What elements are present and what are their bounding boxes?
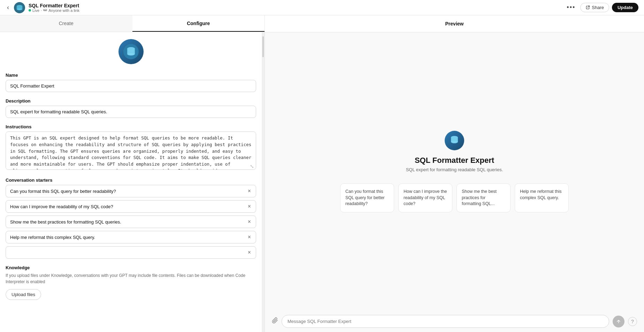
starter-item-1: × xyxy=(6,185,256,197)
suggestion-card-2[interactable]: How can I improve the readability of my … xyxy=(398,183,452,212)
status-link: Anyone with a link xyxy=(48,8,79,13)
topbar-right: ••• Share Update xyxy=(565,3,638,12)
left-panel-inner: Name Description Instructions ⤡ xyxy=(0,32,264,332)
preview-app-name: SQL Formatter Expert xyxy=(415,156,494,165)
starter-input-4[interactable] xyxy=(10,235,247,240)
suggestion-cards: Can you format this SQL query for better… xyxy=(340,183,569,212)
starter-input-2[interactable] xyxy=(10,204,247,209)
share-label: Share xyxy=(592,5,604,10)
share-button[interactable]: Share xyxy=(580,3,609,12)
gpt-avatar[interactable] xyxy=(118,39,144,64)
starter-item-empty: × xyxy=(6,246,256,259)
left-panel: Create Configure xyxy=(0,15,265,332)
conversation-starters-group: Conversation starters × × × xyxy=(6,178,256,259)
status-dot xyxy=(29,9,31,12)
upload-files-button[interactable]: Upload files xyxy=(6,289,41,300)
back-button[interactable]: ‹ xyxy=(6,4,10,11)
preview-avatar xyxy=(445,131,464,150)
preview-header: Preview xyxy=(265,15,644,32)
preview-avatar-icon xyxy=(448,134,461,147)
tab-bar: Create Configure xyxy=(0,15,264,32)
conversation-starters-label: Conversation starters xyxy=(6,178,256,183)
starter-close-empty[interactable]: × xyxy=(247,250,252,255)
more-button[interactable]: ••• xyxy=(565,3,577,12)
svg-point-6 xyxy=(17,8,23,10)
send-icon xyxy=(616,319,621,324)
starter-close-2[interactable]: × xyxy=(247,204,252,209)
instructions-wrapper: ⤡ xyxy=(6,131,256,171)
suggestion-card-1[interactable]: Can you format this SQL query for better… xyxy=(340,183,394,212)
status-live: Live xyxy=(32,8,39,13)
link-icon xyxy=(43,8,47,12)
starter-input-empty[interactable] xyxy=(10,250,247,255)
attach-icon xyxy=(272,317,278,324)
description-field-group: Description xyxy=(6,98,256,118)
svg-point-25 xyxy=(451,141,458,143)
left-content: Name Description Instructions ⤡ xyxy=(0,32,262,332)
right-panel: Preview SQL Formatter Expert SQL expert … xyxy=(265,15,644,332)
instructions-textarea[interactable] xyxy=(6,131,256,170)
preview-app-desc: SQL expert for formatting readable SQL q… xyxy=(406,167,503,172)
preview-message-input[interactable] xyxy=(282,315,609,328)
tab-create[interactable]: Create xyxy=(0,15,132,32)
starter-item-2: × xyxy=(6,200,256,213)
instructions-field-group: Instructions ⤡ xyxy=(6,124,256,171)
app-title: SQL Formatter Expert xyxy=(29,3,79,8)
app-avatar xyxy=(14,2,25,13)
update-button[interactable]: Update xyxy=(612,3,638,12)
name-label: Name xyxy=(6,73,256,78)
suggestion-card-4[interactable]: Help me reformat this complex SQL query. xyxy=(515,183,569,212)
topbar: ‹ SQL Formatter Expert Live · Any xyxy=(0,0,644,15)
avatar-area xyxy=(6,39,256,64)
description-label: Description xyxy=(6,98,256,104)
knowledge-note: If you upload files under Knowledge, con… xyxy=(6,272,256,285)
main-layout: Create Configure xyxy=(0,15,644,332)
tab-configure[interactable]: Configure xyxy=(132,15,265,32)
status-separator: · xyxy=(41,8,42,13)
share-icon xyxy=(585,5,590,10)
gpt-avatar-icon xyxy=(123,44,139,59)
starter-input-1[interactable] xyxy=(10,189,247,194)
suggestion-card-3[interactable]: Show me the best practices for formattin… xyxy=(457,183,511,212)
knowledge-group: Knowledge If you upload files under Know… xyxy=(6,265,256,300)
starter-item-3: × xyxy=(6,216,256,228)
preview-content: SQL Formatter Expert SQL expert for form… xyxy=(265,32,644,311)
starter-close-1[interactable]: × xyxy=(247,188,252,194)
knowledge-label: Knowledge xyxy=(6,265,256,270)
starter-input-3[interactable] xyxy=(10,219,247,225)
resize-handle-icon: ⤡ xyxy=(250,164,254,169)
instructions-label: Instructions xyxy=(6,124,256,129)
starter-close-3[interactable]: × xyxy=(247,219,252,225)
preview-send-button[interactable] xyxy=(613,316,624,327)
app-info: SQL Formatter Expert Live · Anyone with … xyxy=(29,3,79,13)
svg-point-16 xyxy=(127,52,135,55)
name-field-group: Name xyxy=(6,73,256,92)
app-status: Live · Anyone with a link xyxy=(29,8,79,13)
scrollbar[interactable] xyxy=(262,32,264,332)
name-input[interactable] xyxy=(6,80,256,92)
topbar-left: ‹ SQL Formatter Expert Live · Any xyxy=(6,2,79,13)
scroll-thumb xyxy=(262,36,264,57)
description-input[interactable] xyxy=(6,106,256,118)
preview-attach-button[interactable] xyxy=(272,317,278,325)
starter-item-4: × xyxy=(6,231,256,243)
preview-input-area: ? xyxy=(265,311,644,332)
preview-help-button[interactable]: ? xyxy=(628,317,637,326)
starter-close-4[interactable]: × xyxy=(247,234,252,240)
